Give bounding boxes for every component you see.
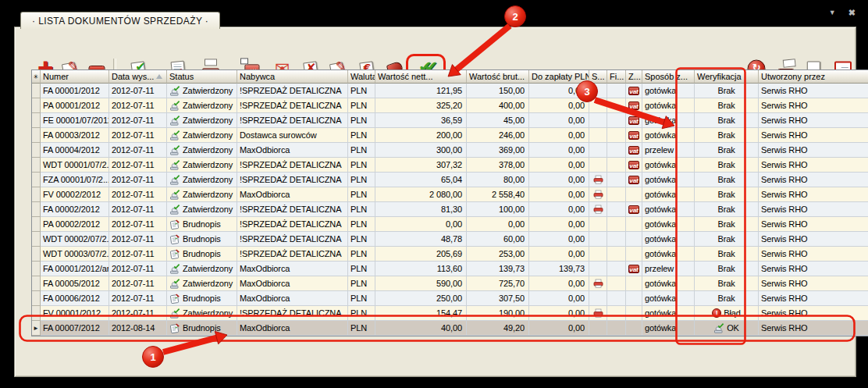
cell-do-zaplaty: 0,00 xyxy=(529,98,589,113)
row-selector-cell[interactable]: ► xyxy=(32,143,41,158)
cell-numer: FA 00001/2012/arx xyxy=(41,262,109,276)
cell-vat: vat xyxy=(626,306,642,321)
column-header-selector[interactable]: ✳ xyxy=(32,70,41,84)
cell-numer: FV 00001/2012 xyxy=(41,306,109,321)
approved-stamp-icon xyxy=(169,279,180,289)
cell-data-wystawienia: 2012-07-11 xyxy=(109,84,167,98)
table-row[interactable]: ► WDT 00003/07/2... 2012-07-11 Brudnopis… xyxy=(32,247,868,262)
table-row[interactable]: ► FA 00001/2012/arx 2012-07-11 Zatwierdz… xyxy=(32,262,868,276)
row-selector-cell[interactable]: ► xyxy=(32,113,41,128)
table-row[interactable]: ► FV 00001/2012 2012-07-11 Zatwierdzony … xyxy=(32,306,868,321)
row-selector-cell[interactable]: ► xyxy=(32,217,41,232)
row-selector-cell[interactable]: ► xyxy=(32,202,41,217)
column-header-s[interactable]: S... xyxy=(589,70,607,84)
cell-fi xyxy=(607,291,626,306)
cell-fi xyxy=(607,128,626,143)
table-row[interactable]: ► FA 00007/2012 2012-08-14 Brudnopis Max… xyxy=(32,321,868,336)
row-selector-cell[interactable]: ► xyxy=(32,232,41,247)
row-selector-cell[interactable]: ► xyxy=(32,321,41,336)
cell-wartosc-brutto: 369,00 xyxy=(467,143,529,158)
cell-data-wystawienia: 2012-07-11 xyxy=(109,113,167,128)
column-header-waluta[interactable]: Waluta xyxy=(348,70,375,84)
cell-nabywca: !SPRZEDAŻ DETALICZNA xyxy=(237,306,348,321)
table-row[interactable]: ► FA 00003/2012 2012-07-11 Zatwierdzony … xyxy=(32,128,868,143)
table-row[interactable]: ► FA 00004/2012 2012-07-11 Zatwierdzony … xyxy=(32,143,868,158)
table-row[interactable]: ► PA 00001/2012 2012-07-11 Zatwierdzony … xyxy=(32,98,868,113)
row-selector-cell[interactable]: ► xyxy=(32,128,41,143)
cell-sposob-zaplaty: gotówka xyxy=(642,232,695,247)
approved-stamp-icon xyxy=(169,175,180,185)
column-header-sposob[interactable]: Sposób z... xyxy=(642,70,695,84)
cell-weryfikacja: ! Brak xyxy=(695,291,759,306)
cell-sposob-zaplaty: gotówka xyxy=(642,113,695,128)
table-row[interactable]: ► FA 00001/2012 2012-07-11 Zatwierdzony … xyxy=(32,84,868,98)
cell-utworzony-przez: Serwis RHO xyxy=(759,173,868,187)
table-row[interactable]: ► FA 00002/2012 2012-07-11 Zatwierdzony … xyxy=(32,202,868,217)
status-label: Zatwierdzony xyxy=(183,101,233,110)
row-selector-cell[interactable]: ► xyxy=(32,187,41,202)
grid-header: ✳NumerData wys...StatusNabywcaWalutaWart… xyxy=(32,70,868,84)
panel-title-tab[interactable]: · LISTA DOKUMENTÓW SPRZEDAŻY · xyxy=(20,12,220,29)
cell-status: Zatwierdzony xyxy=(167,128,237,143)
table-row[interactable]: ► WDT 00002/07/2... 2012-07-11 Brudnopis… xyxy=(32,232,868,247)
verification-label: Brak xyxy=(717,116,735,125)
cell-status: Brudnopis xyxy=(167,247,237,262)
cell-waluta: PLN xyxy=(348,262,375,276)
column-header-data-wys[interactable]: Data wys... xyxy=(109,70,167,84)
row-selector-cell[interactable]: ► xyxy=(32,173,41,187)
sales-documents-panel: ✚Dodaj✎EdytujUsuń✔Zatwierdź✎BrudnopisDru… xyxy=(14,27,856,377)
cell-utworzony-przez: Serwis RHO xyxy=(759,187,868,202)
column-header-do-zaplaty[interactable]: Do zapłaty PLN xyxy=(529,70,589,84)
cell-fi xyxy=(607,202,626,217)
column-header-status[interactable]: Status xyxy=(167,70,237,84)
column-header-label: Wartość brut... xyxy=(469,72,525,81)
column-header-label: Z... xyxy=(628,72,641,81)
approved-stamp-icon xyxy=(169,86,180,96)
close-icon[interactable]: ✖ xyxy=(848,7,856,18)
column-header-netto[interactable]: Wartość nett... xyxy=(375,70,467,84)
cell-sposob-zaplaty: gotówka xyxy=(642,217,695,232)
cell-do-zaplaty: 0,00 xyxy=(529,291,589,306)
cell-data-wystawienia: 2012-07-11 xyxy=(109,306,167,321)
current-row-arrow-icon: ► xyxy=(33,325,39,332)
cell-wartosc-brutto: 253,00 xyxy=(467,247,529,262)
table-row[interactable]: ► FV 00002/2012 2012-07-11 Zatwierdzony … xyxy=(32,187,868,202)
column-header-utworzony[interactable]: Utworzony przez xyxy=(759,70,868,84)
cell-wartosc-brutto: 139,73 xyxy=(467,262,529,276)
status-label: Zatwierdzony xyxy=(183,175,233,184)
table-row[interactable]: ► FE 00001/07/2012 2012-07-11 Zatwierdzo… xyxy=(32,113,868,128)
column-header-z[interactable]: Z... xyxy=(626,70,642,84)
table-row[interactable]: ► PA 00002/2012 2012-07-11 Brudnopis !SP… xyxy=(32,217,868,232)
row-selector-cell[interactable]: ► xyxy=(32,84,41,98)
cell-fiskalizacja xyxy=(589,173,607,187)
table-row[interactable]: ► FZA 00001/07/2... 2012-07-11 Zatwierdz… xyxy=(32,173,868,187)
cell-waluta: PLN xyxy=(348,158,375,173)
table-row[interactable]: ► FA 00006/2012 2012-07-11 Brudnopis Max… xyxy=(32,291,868,306)
row-selector-cell[interactable]: ► xyxy=(32,247,41,262)
table-row[interactable]: ► WDT 00001/07/2... 2012-07-11 Zatwierdz… xyxy=(32,158,868,173)
column-header-weryfikacja[interactable]: Weryfikacja xyxy=(695,70,759,84)
cell-fi xyxy=(607,232,626,247)
table-row[interactable]: ► FA 00005/2012 2012-07-11 Zatwierdzony … xyxy=(32,276,868,291)
cell-numer: FA 00001/2012 xyxy=(41,84,109,98)
cell-do-zaplaty: 0,00 xyxy=(529,173,589,187)
cell-data-wystawienia: 2012-07-11 xyxy=(109,247,167,262)
fiscal-printer-icon xyxy=(593,308,603,318)
cell-vat: vat xyxy=(626,321,642,336)
row-selector-cell[interactable]: ► xyxy=(32,306,41,321)
cell-sposob-zaplaty: gotówka xyxy=(642,158,695,173)
row-selector-cell[interactable]: ► xyxy=(32,276,41,291)
row-selector-cell[interactable]: ► xyxy=(32,262,41,276)
column-header-nabywca[interactable]: Nabywca xyxy=(237,70,348,84)
column-header-fi[interactable]: Fi... xyxy=(607,70,626,84)
column-header-brutto[interactable]: Wartość brut... xyxy=(467,70,529,84)
cell-weryfikacja: ! Brak xyxy=(695,202,759,217)
column-header-label: Sposób z... xyxy=(645,72,688,81)
collapse-icon[interactable]: ▼ xyxy=(829,7,836,18)
row-selector-cell[interactable]: ► xyxy=(32,98,41,113)
column-header-numer[interactable]: Numer xyxy=(41,70,109,84)
fiscal-printer-icon xyxy=(593,205,603,214)
row-selector-cell[interactable]: ► xyxy=(32,291,41,306)
row-selector-cell[interactable]: ► xyxy=(32,158,41,173)
vat-badge-icon: vat xyxy=(628,101,639,110)
